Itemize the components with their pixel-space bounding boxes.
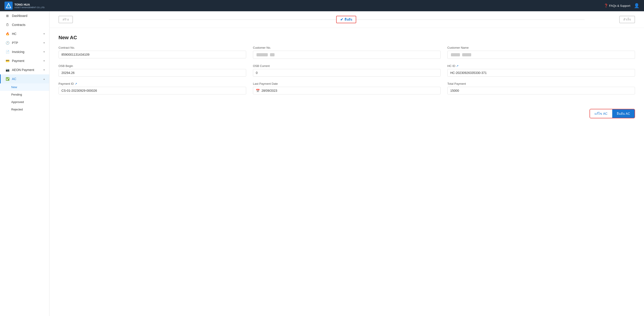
customer-no-group: Customer No. bbox=[253, 46, 440, 59]
sidebar-item-hc[interactable]: 🔥 HC ▾ bbox=[0, 29, 49, 38]
file-text-icon: 🗒 bbox=[5, 23, 10, 27]
osb-current-label: OSB Current bbox=[253, 64, 440, 68]
logo-text: TONG HUA ASSET MANAGEMENT CO.,LTD. bbox=[14, 3, 45, 9]
form-row-3: Payment ID ↗ Last Payment Date 📅 Total P… bbox=[58, 82, 635, 94]
customer-no-blur-2 bbox=[270, 53, 274, 56]
form-row-1: Contract No. Customer No. Customer Name bbox=[58, 46, 635, 59]
payment-id-input[interactable] bbox=[58, 87, 246, 94]
sidebar: ⊞ Dashboard 🗒 Contracts 🔥 HC ▾ 🕐 PTP ▾ 📄… bbox=[0, 11, 50, 316]
credit-card-icon: 💳 bbox=[5, 59, 10, 63]
chevron-down-icon-pay: ▾ bbox=[44, 59, 45, 62]
sidebar-subitem-pending[interactable]: Pending bbox=[0, 91, 49, 98]
last-payment-date-input: 📅 bbox=[253, 87, 440, 94]
step-confirm-badge: ✔ ยืนยัน bbox=[336, 16, 356, 23]
clock-icon: 🕐 bbox=[5, 41, 10, 45]
step-create: สร้าง bbox=[58, 16, 73, 23]
step-complete-badge: สำเร็จ bbox=[619, 16, 635, 23]
last-payment-date-value[interactable] bbox=[262, 89, 438, 92]
payment-id-label: Payment ID ↗ bbox=[58, 82, 246, 85]
last-payment-date-label: Last Payment Date bbox=[253, 82, 440, 85]
osb-begin-group: OSB Begin bbox=[58, 64, 246, 77]
topnav-right: ❓ FAQs & Support 👤 bbox=[604, 3, 640, 8]
form-title: New AC bbox=[58, 35, 635, 41]
calendar-icon: 📅 bbox=[256, 89, 260, 92]
hc-id-group: HC ID ↗ bbox=[447, 64, 635, 77]
step-confirm: ✔ ยืนยัน bbox=[336, 16, 356, 23]
sidebar-item-payment[interactable]: 💳 Payment ▾ bbox=[0, 56, 49, 65]
customer-no-label: Customer No. bbox=[253, 46, 440, 49]
contract-no-input[interactable] bbox=[58, 51, 246, 58]
flame-icon: 🔥 bbox=[5, 32, 10, 36]
total-payment-label: Total Payment bbox=[447, 82, 635, 85]
contract-no-group: Contract No. bbox=[58, 46, 246, 59]
chevron-down-icon-ptp: ▾ bbox=[44, 41, 45, 44]
check-circle-icon: ✅ bbox=[5, 77, 10, 81]
aeon-icon: 📷 bbox=[5, 68, 10, 72]
step-complete: สำเร็จ bbox=[619, 16, 635, 23]
customer-name-label: Customer Name bbox=[447, 46, 635, 49]
customer-no-blur-1 bbox=[256, 53, 268, 56]
chevron-up-icon-ac: ▴ bbox=[44, 77, 45, 80]
help-link[interactable]: ❓ FAQs & Support bbox=[604, 4, 630, 8]
osb-current-group: OSB Current bbox=[253, 64, 440, 77]
sidebar-item-ac[interactable]: ✅ AC ▴ bbox=[0, 74, 49, 83]
contract-no-label: Contract No. bbox=[58, 46, 246, 49]
sidebar-item-dashboard[interactable]: ⊞ Dashboard bbox=[0, 11, 49, 20]
total-payment-group: Total Payment bbox=[447, 82, 635, 94]
doc-icon: 📄 bbox=[5, 50, 10, 54]
payment-id-external-link-icon[interactable]: ↗ bbox=[75, 82, 77, 85]
action-buttons: แก้ไข AC ยืนยัน AC bbox=[50, 109, 644, 125]
last-payment-date-group: Last Payment Date 📅 bbox=[253, 82, 440, 94]
chevron-down-icon-inv: ▾ bbox=[44, 50, 45, 53]
svg-point-2 bbox=[8, 5, 10, 7]
customer-name-group: Customer Name bbox=[447, 46, 635, 59]
chevron-down-icon: ▾ bbox=[44, 32, 45, 35]
edit-button[interactable]: แก้ไข AC bbox=[590, 109, 612, 118]
confirm-check-icon: ✔ bbox=[340, 17, 343, 22]
osb-current-input[interactable] bbox=[253, 69, 440, 77]
main-content: สร้าง ✔ ยืนยัน สำเร็จ New AC Contr bbox=[50, 11, 644, 316]
total-payment-input[interactable] bbox=[447, 87, 635, 94]
top-navbar: TONG HUA ASSET MANAGEMENT CO.,LTD. ❓ FAQ… bbox=[0, 0, 644, 11]
sidebar-item-ptp[interactable]: 🕐 PTP ▾ bbox=[0, 38, 49, 47]
payment-id-group: Payment ID ↗ bbox=[58, 82, 246, 94]
user-avatar-icon[interactable]: 👤 bbox=[634, 3, 640, 8]
osb-begin-label: OSB Begin bbox=[58, 64, 246, 68]
customer-name-blur-2 bbox=[462, 53, 471, 56]
progress-bar: สร้าง ✔ ยืนยัน สำเร็จ bbox=[50, 11, 644, 28]
sidebar-item-aeon-payment[interactable]: 📷 AEON Payment ▾ bbox=[0, 65, 49, 74]
hc-id-label: HC ID ↗ bbox=[447, 64, 635, 68]
hc-id-input[interactable] bbox=[447, 69, 635, 77]
form-container: New AC Contract No. Customer No. Custome… bbox=[50, 28, 644, 107]
form-row-2: OSB Begin OSB Current HC ID ↗ bbox=[58, 64, 635, 77]
sidebar-subitem-rejected[interactable]: Rejected bbox=[0, 106, 49, 113]
step-create-badge: สร้าง bbox=[58, 16, 73, 23]
sidebar-subitem-new[interactable]: New bbox=[0, 83, 49, 91]
grid-icon: ⊞ bbox=[5, 14, 10, 18]
osb-begin-input[interactable] bbox=[58, 69, 246, 77]
logo: TONG HUA ASSET MANAGEMENT CO.,LTD. bbox=[4, 2, 45, 10]
customer-name-input bbox=[447, 51, 635, 59]
help-icon: ❓ bbox=[604, 4, 608, 8]
sidebar-item-invoicing[interactable]: 📄 Invoicing ▾ bbox=[0, 47, 49, 56]
main-layout: ⊞ Dashboard 🗒 Contracts 🔥 HC ▾ 🕐 PTP ▾ 📄… bbox=[0, 11, 644, 316]
confirm-button[interactable]: ยืนยัน AC bbox=[612, 109, 634, 118]
btn-group: แก้ไข AC ยืนยัน AC bbox=[590, 109, 635, 118]
customer-name-blur-1 bbox=[451, 53, 460, 56]
hc-id-external-link-icon[interactable]: ↗ bbox=[456, 64, 458, 68]
logo-icon bbox=[4, 2, 12, 10]
customer-no-input bbox=[253, 51, 440, 59]
sidebar-subitem-approved[interactable]: Approved bbox=[0, 98, 49, 106]
chevron-down-icon-aeon: ▾ bbox=[44, 68, 45, 71]
sidebar-item-contracts[interactable]: 🗒 Contracts bbox=[0, 20, 49, 29]
